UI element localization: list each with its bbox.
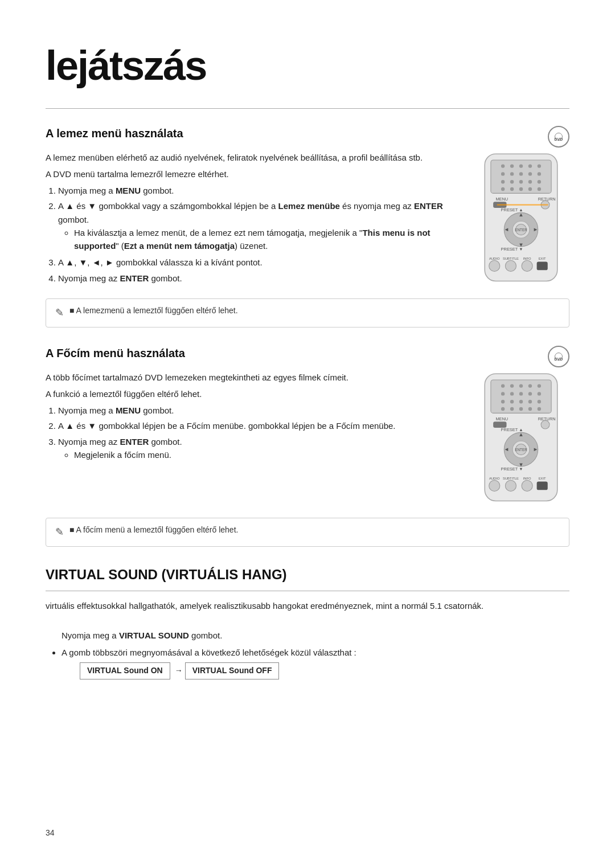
- svg-point-10: [528, 172, 532, 175]
- section1-step1: Nyomja meg a MENU gombot.: [58, 184, 462, 197]
- page-title: lejátszás: [46, 34, 569, 98]
- title-divider: [46, 108, 569, 109]
- svg-point-19: [519, 187, 523, 190]
- svg-text:ENTER: ENTER: [515, 228, 527, 232]
- section2-title: A Főcím menü használata: [46, 345, 185, 362]
- svg-point-15: [528, 180, 532, 183]
- section-focim-menu: A Főcím menü használata DVD A több főcím…: [46, 345, 569, 547]
- svg-point-53: [510, 392, 514, 395]
- svg-point-2: [501, 164, 505, 167]
- virtual-sound-flow: VIRTUAL Sound ON → VIRTUAL Sound OFF: [80, 662, 569, 679]
- svg-text:▲: ▲: [518, 431, 523, 437]
- dvd-label-section1: DVD: [555, 137, 563, 143]
- section2-step3-bullets: Megjelenik a főcím menü.: [74, 448, 462, 461]
- section1-step2-bullets: Ha kiválasztja a lemez menüt, de a lemez…: [74, 226, 462, 253]
- svg-text:▲: ▲: [518, 211, 523, 217]
- svg-point-86: [505, 480, 516, 491]
- dvd-icon-section2: DVD: [548, 346, 569, 367]
- section1-note-text: ■ A lemezmenü a lemeztől függően eltérő …: [69, 305, 238, 317]
- section1-text: A lemez menüben elérhető az audió nyelvé…: [46, 151, 462, 288]
- page-number: 34: [46, 827, 55, 840]
- section3-instruction: Nyomja meg a VIRTUAL SOUND gombot.: [62, 629, 569, 642]
- section-lemez-menu: A lemez menü használata DVD A lemez menü…: [46, 125, 569, 327]
- section2-intro2: A funkció a lemeztől függően eltérő lehe…: [46, 387, 462, 400]
- svg-point-12: [501, 180, 505, 183]
- section3-bullet1: A gomb többszöri megnyomásával a követke…: [62, 646, 569, 659]
- svg-point-7: [501, 172, 505, 175]
- section1-step3: A ▲, ▼, ◄, ► gombokkal válassza ki a kív…: [58, 256, 462, 269]
- svg-text:EXIT: EXIT: [539, 477, 546, 480]
- section2-remote-image: MENU RETURN PRESET ▲ ENTER ▲ ▼ ◄ ► PRESE…: [473, 371, 569, 507]
- svg-point-41: [505, 260, 516, 271]
- svg-point-59: [519, 400, 523, 403]
- svg-point-4: [519, 164, 523, 167]
- section1-title: A lemez menü használata: [46, 125, 183, 142]
- section3-title: VIRTUAL SOUND (VIRTUÁLIS HANG): [46, 564, 569, 585]
- svg-point-50: [528, 384, 532, 387]
- svg-text:►: ►: [533, 446, 538, 452]
- section2-steps: Nyomja meg a MENU gombot. A ▲ és ▼ gombo…: [58, 404, 462, 461]
- svg-text:INFO: INFO: [523, 257, 531, 260]
- svg-point-56: [538, 392, 541, 395]
- section2-intro1: A több főcímet tartalmazó DVD lemezeken …: [46, 371, 462, 384]
- svg-text:MENU: MENU: [495, 416, 508, 421]
- virtual-sound-off-box: VIRTUAL Sound OFF: [185, 662, 280, 679]
- svg-point-60: [528, 400, 532, 403]
- svg-point-3: [510, 164, 514, 167]
- svg-rect-44: [497, 204, 548, 205]
- svg-point-14: [519, 180, 523, 183]
- note-icon-2: ✎: [55, 525, 64, 541]
- section2-content: A több főcímet tartalmazó DVD lemezeken …: [46, 371, 569, 507]
- section1-note-box: ✎ ■ A lemezmenü a lemeztől függően eltér…: [46, 298, 569, 327]
- svg-point-40: [489, 260, 500, 271]
- section1-step2: A ▲ és ▼ gombokkal vagy a számgombokkal …: [58, 199, 462, 252]
- section3-intro: virtuális effektusokkal hallgathatók, am…: [46, 599, 569, 612]
- section2-text: A több főcímet tartalmazó DVD lemezeken …: [46, 371, 462, 465]
- svg-point-42: [522, 260, 532, 271]
- section1-step2-bullet1: Ha kiválasztja a lemez menüt, de a lemez…: [74, 226, 462, 253]
- svg-point-64: [519, 407, 523, 410]
- section3-bullets: A gomb többszöri megnyomásával a követke…: [62, 646, 569, 659]
- svg-point-61: [538, 400, 541, 403]
- svg-rect-43: [537, 261, 548, 270]
- svg-point-48: [510, 384, 514, 387]
- section2-step1: Nyomja meg a MENU gombot.: [58, 404, 462, 417]
- svg-point-52: [501, 392, 505, 395]
- section1-header: A lemez menü használata DVD: [46, 125, 569, 148]
- virtual-sound-on-box: VIRTUAL Sound ON: [80, 662, 170, 679]
- svg-point-54: [519, 392, 523, 395]
- section2-step2: A ▲ és ▼ gombokkal lépjen be a Főcím men…: [58, 419, 462, 432]
- svg-text:ENTER: ENTER: [515, 448, 527, 452]
- section2-step3: Nyomja meg az ENTER gombot. Megjelenik a…: [58, 435, 462, 462]
- svg-rect-88: [537, 481, 548, 490]
- svg-point-85: [489, 480, 500, 491]
- section2-step3-bullet1: Megjelenik a főcím menü.: [74, 448, 462, 461]
- svg-point-55: [528, 392, 532, 395]
- section2-header: A Főcím menü használata DVD: [46, 345, 569, 367]
- svg-point-65: [528, 407, 532, 410]
- svg-point-66: [538, 407, 541, 410]
- section1-steps: Nyomja meg a MENU gombot. A ▲ és ▼ gombo…: [58, 184, 462, 285]
- svg-point-20: [528, 187, 532, 190]
- svg-point-70: [541, 420, 550, 429]
- svg-text:SUBTITLE: SUBTITLE: [503, 257, 519, 260]
- svg-text:MENU: MENU: [495, 196, 508, 202]
- svg-point-62: [501, 407, 505, 410]
- svg-text:AUDIO: AUDIO: [489, 477, 500, 480]
- section2-note-text: ■ A főcím menü a lemeztől függően eltérő…: [69, 524, 238, 537]
- svg-text:INFO: INFO: [523, 477, 531, 480]
- section3-divider: [46, 591, 569, 591]
- section1-step4: Nyomja meg az ENTER gombot.: [58, 272, 462, 285]
- svg-point-9: [519, 172, 523, 175]
- svg-text:AUDIO: AUDIO: [489, 257, 500, 260]
- dvd-icon-section1: DVD: [548, 126, 569, 148]
- section2-note-box: ✎ ■ A főcím menü a lemeztől függően elté…: [46, 518, 569, 547]
- svg-point-87: [522, 480, 532, 491]
- svg-point-8: [510, 172, 514, 175]
- svg-text:◄: ◄: [504, 446, 509, 452]
- svg-point-51: [538, 384, 541, 387]
- section2-remote-svg: MENU RETURN PRESET ▲ ENTER ▲ ▼ ◄ ► PRESE…: [473, 371, 569, 504]
- section1-content: A lemez menüben elérhető az audió nyelvé…: [46, 151, 569, 288]
- svg-point-21: [538, 187, 541, 190]
- dvd-label-section2: DVD: [555, 357, 563, 363]
